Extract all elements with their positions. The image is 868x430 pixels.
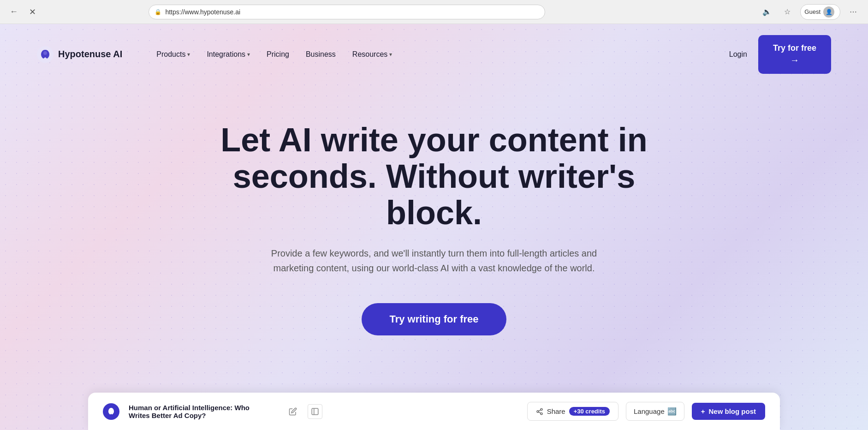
navbar: Hypotenuse AI Products ▾ Integrations ▾ …: [0, 24, 868, 85]
svg-line-9: [538, 410, 541, 411]
page-wrapper: Hypotenuse AI Products ▾ Integrations ▾ …: [0, 24, 868, 430]
guest-label: Guest: [804, 8, 820, 15]
try-btn-arrow-icon: →: [773, 54, 816, 66]
new-post-plus-icon: +: [701, 407, 705, 415]
address-bar[interactable]: 🔒 https://www.hypotenuse.ai: [149, 5, 545, 19]
guest-avatar: 👤: [823, 6, 834, 18]
language-button[interactable]: Language 🔤: [626, 402, 684, 421]
svg-point-2: [110, 409, 113, 412]
browser-url: https://www.hypotenuse.ai: [165, 8, 539, 16]
logo-link[interactable]: Hypotenuse AI: [37, 46, 122, 63]
hero-cta-button[interactable]: Try writing for free: [362, 303, 506, 335]
try-btn-label: Try for free: [773, 43, 816, 54]
hero-section: Let AI write your content in seconds. Wi…: [0, 85, 868, 364]
svg-point-6: [537, 411, 539, 412]
nav-right: Login Try for free →: [729, 35, 831, 74]
panel-icon-button[interactable]: [308, 404, 322, 419]
nav-products[interactable]: Products ▾: [150, 47, 196, 62]
read-aloud-button[interactable]: 🔈: [760, 5, 774, 19]
credits-badge: +30 credits: [569, 407, 610, 416]
bottom-bar-doc-title: Human or Artificial Intelligence: Who Wr…: [129, 404, 267, 419]
svg-point-5: [541, 408, 542, 410]
more-button[interactable]: ⋯: [846, 5, 861, 19]
resources-chevron-icon: ▾: [389, 51, 392, 58]
svg-rect-3: [312, 408, 318, 415]
try-for-free-button[interactable]: Try for free →: [758, 35, 831, 74]
share-button[interactable]: Share +30 credits: [527, 402, 618, 421]
back-button[interactable]: ←: [7, 6, 20, 18]
svg-line-8: [538, 412, 541, 413]
bottom-bar-logo-icon: [103, 403, 119, 420]
logo-text: Hypotenuse AI: [58, 49, 122, 60]
bottom-bar: Human or Artificial Intelligence: Who Wr…: [88, 393, 780, 430]
nav-business[interactable]: Business: [299, 47, 342, 62]
nav-links: Products ▾ Integrations ▾ Pricing Busine…: [150, 47, 398, 62]
language-icon: 🔤: [667, 407, 677, 416]
new-blog-post-button[interactable]: + New blog post: [692, 403, 765, 420]
nav-pricing[interactable]: Pricing: [260, 47, 296, 62]
share-label: Share: [547, 407, 565, 415]
close-button[interactable]: ✕: [26, 6, 39, 18]
browser-right-icons: 🔈 ☆ Guest 👤 ⋯: [760, 4, 861, 20]
bottom-bar-actions: Share +30 credits Language 🔤 + New blog …: [527, 402, 765, 421]
lock-icon: 🔒: [155, 9, 161, 15]
edit-icon-button[interactable]: [285, 404, 300, 419]
hero-headline: Let AI write your content in seconds. Wi…: [180, 122, 688, 232]
new-post-label: New blog post: [709, 407, 756, 415]
svg-point-7: [541, 412, 542, 414]
browser-chrome: ← ✕ 🔒 https://www.hypotenuse.ai 🔈 ☆ Gues…: [0, 0, 868, 24]
svg-point-1: [43, 51, 47, 55]
guest-button[interactable]: Guest 👤: [800, 4, 840, 20]
try-btn-inner: Try for free →: [773, 43, 816, 66]
language-label: Language: [634, 407, 665, 415]
nav-resources[interactable]: Resources ▾: [346, 47, 398, 62]
integrations-chevron-icon: ▾: [247, 51, 250, 58]
hero-subtext: Provide a few keywords, and we'll instan…: [254, 246, 614, 275]
login-link[interactable]: Login: [729, 50, 747, 59]
logo-icon: [37, 46, 54, 63]
products-chevron-icon: ▾: [187, 51, 190, 58]
share-icon: [536, 408, 543, 415]
favorites-button[interactable]: ☆: [780, 5, 795, 19]
bottom-bar-center-icons: [285, 404, 322, 419]
nav-integrations[interactable]: Integrations ▾: [200, 47, 256, 62]
